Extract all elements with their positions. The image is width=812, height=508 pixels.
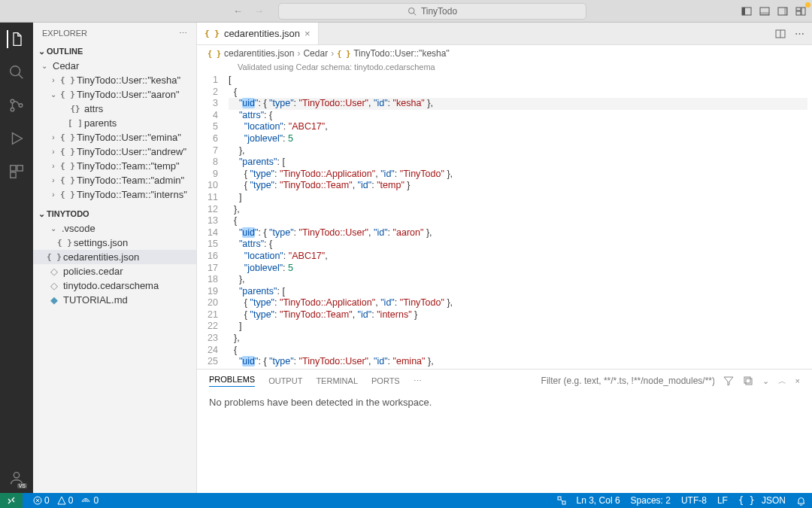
filter-icon[interactable] — [723, 376, 734, 386]
markdown-file-icon: ◆ — [48, 294, 60, 306]
file-name: policies.cedar — [63, 266, 123, 277]
chevron-up-icon[interactable]: ︿ — [778, 376, 786, 387]
panel-tab-terminal[interactable]: TERMINAL — [316, 376, 358, 385]
panel-body: No problems have been detected in the wo… — [197, 392, 812, 412]
breadcrumb-part[interactable]: Cedar — [303, 48, 328, 59]
breadcrumb-part[interactable]: cedarentities.json — [224, 48, 294, 59]
command-center[interactable]: TinyTodo — [278, 3, 586, 20]
folder-item[interactable]: ⌄.vscode — [33, 221, 196, 236]
svg-rect-17 — [17, 166, 23, 171]
chevron-down-icon[interactable]: ⌄ — [762, 376, 769, 386]
status-bell-icon[interactable] — [796, 496, 806, 506]
editor-tab[interactable]: { } cedarentities.json × — [197, 23, 319, 44]
outline-item-label: TinyTodo::User::"aaron" — [77, 89, 180, 100]
json-file-icon: { } — [48, 252, 60, 262]
split-editor-icon[interactable] — [775, 29, 786, 39]
svg-line-29 — [561, 500, 562, 501]
customize-layout-icon[interactable] — [795, 6, 806, 17]
activity-extensions-icon[interactable] — [8, 163, 26, 181]
outline-item[interactable]: ›{ }TinyTodo::Team::"temp" — [33, 159, 196, 173]
validation-message: Validated using Cedar schema: tinytodo.c… — [197, 62, 812, 75]
toggle-panel-icon[interactable] — [759, 6, 770, 17]
collapse-all-icon[interactable] — [743, 376, 753, 386]
status-warnings[interactable]: 0 — [57, 495, 74, 506]
titlebar: ← → TinyTodo — [0, 0, 812, 23]
toggle-secondary-sidebar-icon[interactable] — [777, 6, 788, 17]
panel-tab-ports[interactable]: PORTS — [371, 376, 400, 385]
project-header[interactable]: ⌄ TINYTODO — [33, 206, 196, 221]
chevron-icon: › — [48, 176, 59, 184]
svg-rect-18 — [11, 172, 16, 178]
status-spaces[interactable]: Spaces: 2 — [631, 495, 671, 506]
outline-item[interactable]: ›{ }TinyTodo::User::"kesha" — [33, 73, 196, 87]
outline-child[interactable]: {}attrs — [33, 102, 196, 116]
status-lncol[interactable]: Ln 3, Col 6 — [577, 495, 620, 506]
activity-search-icon[interactable] — [8, 63, 26, 81]
status-ports[interactable]: 0 — [80, 495, 98, 506]
svg-rect-3 — [742, 8, 745, 15]
chevron-down-icon: ⌄ — [36, 209, 47, 219]
outline-item[interactable]: ›{ }TinyTodo::Team::"interns" — [33, 187, 196, 202]
nav-back-icon[interactable]: ← — [233, 5, 244, 17]
panel-filter-input[interactable] — [541, 376, 714, 386]
outline-item[interactable]: ›{ }TinyTodo::Team::"admin" — [33, 173, 196, 187]
toggle-primary-sidebar-icon[interactable] — [741, 6, 752, 17]
svg-rect-28 — [562, 501, 565, 504]
status-eol[interactable]: LF — [717, 495, 728, 506]
traffic-light-min-icon[interactable] — [805, 2, 810, 8]
activity-profile-icon[interactable]: VS — [8, 469, 26, 487]
search-icon — [408, 7, 417, 16]
editor-more-icon[interactable]: ⋯ — [795, 28, 804, 39]
file-name: tinytodo.cedarschema — [63, 280, 159, 291]
activity-debug-icon[interactable] — [8, 129, 26, 148]
svg-rect-27 — [558, 497, 561, 500]
panel-tabs: PROBLEMS OUTPUT TERMINAL PORTS ⋯ ⌄ ︿ × — [197, 370, 812, 392]
chevron-right-icon: › — [331, 48, 334, 59]
explorer-more-icon[interactable]: ⋯ — [179, 29, 187, 38]
file-item[interactable]: { }settings.json — [33, 236, 196, 250]
activity-explorer-icon[interactable] — [7, 30, 25, 48]
outline-header[interactable]: ⌄ OUTLINE — [33, 44, 196, 59]
status-errors[interactable]: 0 — [33, 495, 50, 506]
svg-line-12 — [19, 75, 23, 79]
status-selection-icon[interactable] — [557, 496, 566, 505]
nav-forward-icon[interactable]: → — [254, 5, 265, 17]
svg-rect-9 — [801, 8, 805, 15]
panel-more-icon[interactable]: ⋯ — [414, 376, 422, 386]
breadcrumb[interactable]: { } cedarentities.json › Cedar › { } Tin… — [197, 45, 812, 62]
svg-rect-22 — [744, 377, 750, 383]
code-editor[interactable]: 1234567891011121314151617181920212223242… — [197, 75, 812, 369]
svg-point-13 — [11, 99, 14, 103]
close-icon[interactable]: × — [304, 28, 311, 39]
json-object-icon: { } — [62, 132, 74, 142]
status-language[interactable]: { } JSON — [738, 495, 786, 506]
file-item[interactable]: ◆TUTORIAL.md — [33, 293, 196, 307]
svg-rect-16 — [11, 166, 16, 171]
panel-tab-output[interactable]: OUTPUT — [268, 376, 302, 385]
editor-area: { } cedarentities.json × ⋯ { } cedarenti… — [197, 23, 812, 493]
layout-controls — [741, 6, 806, 17]
file-item[interactable]: ◇tinytodo.cedarschema — [33, 278, 196, 293]
activity-scm-icon[interactable] — [8, 96, 26, 114]
code-content[interactable]: [ { "uid": { "type": "TinyTodo::User", "… — [229, 75, 812, 369]
explorer-title: EXPLORER — [42, 29, 87, 38]
project-section-label: TINYTODO — [47, 209, 89, 218]
tab-filename: cedarentities.json — [224, 28, 300, 39]
outline-item[interactable]: ›{ }TinyTodo::User::"emina" — [33, 130, 196, 144]
file-name: cedarentities.json — [63, 251, 139, 263]
panel-tab-problems[interactable]: PROBLEMS — [209, 375, 255, 387]
status-encoding[interactable]: UTF-8 — [681, 495, 707, 506]
outline-item[interactable]: ⌄{ }TinyTodo::User::"aaron" — [33, 87, 196, 102]
breadcrumb-part[interactable]: TinyTodo::User::"kesha" — [353, 48, 449, 59]
json-object-icon: { } — [337, 50, 350, 58]
outline-child[interactable]: [ ]parents — [33, 116, 196, 130]
remote-indicator[interactable] — [0, 493, 23, 508]
svg-rect-8 — [796, 8, 801, 11]
outline-root[interactable]: ⌄Cedar — [33, 59, 196, 73]
file-item[interactable]: ◇policies.cedar — [33, 264, 196, 278]
outline-item[interactable]: ›{ }TinyTodo::User::"andrew" — [33, 144, 196, 159]
file-item[interactable]: { }cedarentities.json — [33, 250, 196, 264]
status-language-label: JSON — [762, 495, 786, 506]
svg-rect-10 — [796, 11, 801, 15]
close-icon[interactable]: × — [795, 376, 800, 385]
